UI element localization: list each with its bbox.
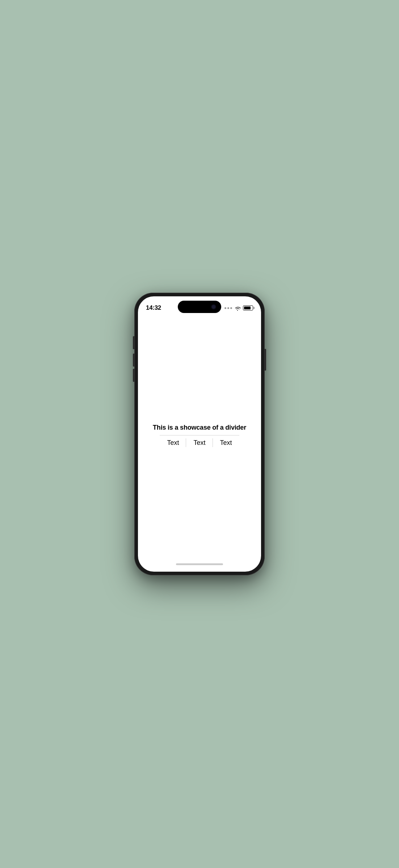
phone-screen: 14:32: [138, 296, 261, 572]
dynamic-island: [178, 301, 221, 313]
status-icons: [224, 305, 253, 310]
battery-fill: [244, 306, 251, 309]
wifi-icon: [234, 306, 241, 310]
home-indicator: [138, 559, 261, 572]
status-time: 14:32: [146, 304, 161, 312]
home-bar: [176, 563, 223, 565]
text-row: Text Text Text: [160, 435, 239, 450]
content-area: This is a showcase of a divider Text Tex…: [138, 314, 261, 559]
text-item-2: Text: [186, 435, 213, 450]
phone-frame: 14:32: [134, 293, 265, 575]
battery-icon: [243, 305, 253, 310]
showcase-container: This is a showcase of a divider Text Tex…: [153, 424, 246, 450]
text-item-3: Text: [213, 435, 239, 450]
signal-dots-icon: [224, 307, 232, 309]
showcase-title: This is a showcase of a divider: [153, 424, 246, 431]
text-item-1: Text: [160, 435, 186, 450]
